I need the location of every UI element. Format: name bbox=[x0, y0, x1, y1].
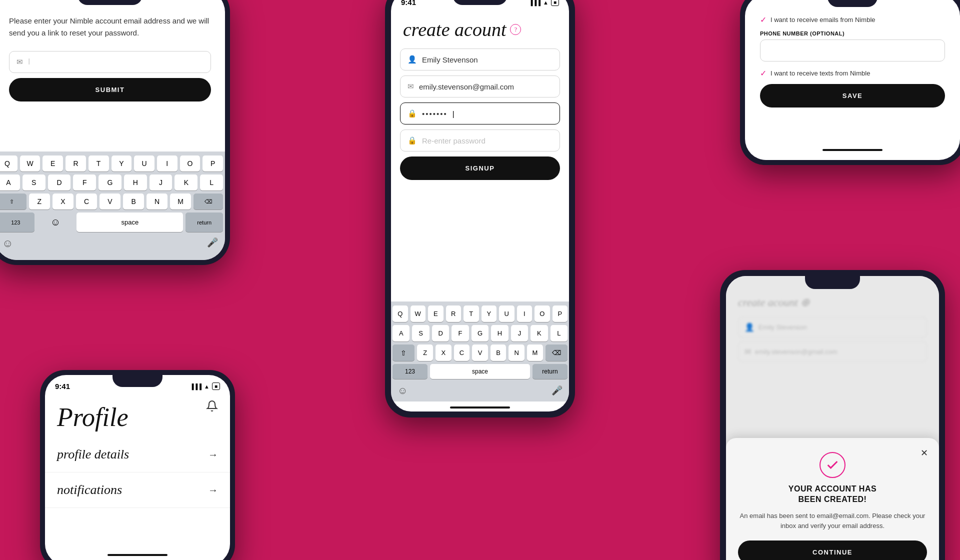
key-i[interactable]: I bbox=[157, 156, 178, 172]
key-v[interactable]: V bbox=[100, 194, 120, 210]
key-w[interactable]: W bbox=[20, 156, 40, 172]
key-a[interactable]: A bbox=[0, 174, 20, 190]
shift-key[interactable]: ⇧ bbox=[0, 194, 26, 210]
create-account-title: create acount ? bbox=[391, 8, 569, 48]
keyboard2-row-4: 123 space return bbox=[392, 364, 568, 379]
k2-g[interactable]: G bbox=[472, 325, 488, 342]
return-key[interactable]: return bbox=[186, 212, 223, 232]
phone-notch-4 bbox=[112, 375, 162, 387]
key-n[interactable]: N bbox=[146, 194, 168, 210]
key-u[interactable]: U bbox=[134, 156, 154, 172]
email-checkbox-icon[interactable]: ✓ bbox=[760, 15, 766, 24]
space-key[interactable]: space bbox=[76, 212, 183, 232]
k2-shift[interactable]: ⇧ bbox=[392, 344, 414, 361]
k2-i[interactable]: I bbox=[517, 306, 532, 322]
keyboard-row-3: ⇧ Z X C V B N M ⌫ bbox=[0, 194, 223, 210]
phone-number-field[interactable] bbox=[760, 40, 945, 62]
k2-f[interactable]: F bbox=[452, 325, 468, 342]
keyboard-row-1: Q W E R T Y U I O P bbox=[0, 156, 223, 172]
k2-delete[interactable]: ⌫ bbox=[546, 344, 568, 361]
k2-r[interactable]: R bbox=[446, 306, 462, 322]
key-y[interactable]: Y bbox=[112, 156, 132, 172]
key-h[interactable]: H bbox=[124, 174, 147, 190]
k2-b[interactable]: B bbox=[490, 344, 506, 361]
key-o[interactable]: O bbox=[180, 156, 200, 172]
k2-space[interactable]: space bbox=[430, 364, 530, 379]
k2-e[interactable]: E bbox=[428, 306, 444, 322]
key-c[interactable]: C bbox=[76, 194, 97, 210]
key-d[interactable]: D bbox=[48, 174, 71, 190]
battery-icon: ■ bbox=[551, 0, 559, 6]
k2-t[interactable]: T bbox=[464, 306, 479, 322]
k2-u[interactable]: U bbox=[499, 306, 514, 322]
lock-icon: 🔒 bbox=[408, 109, 417, 118]
key-q[interactable]: Q bbox=[0, 156, 18, 172]
modal-close-button[interactable]: ✕ bbox=[917, 446, 931, 460]
key-t[interactable]: T bbox=[88, 156, 109, 172]
k2-j[interactable]: J bbox=[511, 325, 528, 342]
k2-numbers[interactable]: 123 bbox=[392, 364, 428, 379]
k2-w[interactable]: W bbox=[410, 306, 426, 322]
submit-button[interactable]: SUBMIT bbox=[9, 78, 211, 102]
key-e[interactable]: E bbox=[42, 156, 63, 172]
delete-key[interactable]: ⌫ bbox=[194, 194, 223, 210]
key-m[interactable]: M bbox=[170, 194, 191, 210]
k2-q[interactable]: Q bbox=[392, 306, 408, 322]
k2-p[interactable]: P bbox=[552, 306, 568, 322]
key-l[interactable]: L bbox=[200, 174, 223, 190]
key-r[interactable]: R bbox=[66, 156, 86, 172]
k2-o[interactable]: O bbox=[534, 306, 550, 322]
reenter-password-field[interactable]: 🔒 Re-enter password bbox=[400, 130, 560, 152]
email-field[interactable]: ✉ emily.stevenson@gmail.com bbox=[400, 76, 560, 98]
keyboard-row-2: A S D F G H J K L bbox=[0, 174, 223, 190]
key-x[interactable]: X bbox=[52, 194, 74, 210]
texts-checkbox-icon[interactable]: ✓ bbox=[760, 68, 766, 78]
emoji-bottom-icon[interactable]: ☺ bbox=[2, 237, 13, 250]
key-j[interactable]: J bbox=[150, 174, 172, 190]
k2-emoji-icon[interactable]: ☺ bbox=[398, 385, 408, 396]
key-f[interactable]: F bbox=[73, 174, 96, 190]
k2-l[interactable]: L bbox=[550, 325, 568, 342]
k2-c[interactable]: C bbox=[454, 344, 470, 361]
k2-a[interactable]: A bbox=[392, 325, 410, 342]
notification-bell[interactable] bbox=[206, 400, 218, 415]
email-icon: ✉ bbox=[16, 58, 23, 66]
emoji-key[interactable]: ☺ bbox=[37, 212, 74, 232]
key-z[interactable]: Z bbox=[29, 194, 50, 210]
help-icon[interactable]: ? bbox=[510, 24, 521, 35]
reset-description: Please enter your Nimble account email a… bbox=[9, 15, 211, 39]
signup-button[interactable]: SIGNUP bbox=[400, 156, 560, 180]
key-b[interactable]: B bbox=[123, 194, 144, 210]
k2-y[interactable]: Y bbox=[482, 306, 497, 322]
numbers-key[interactable]: 123 bbox=[0, 212, 34, 232]
k2-v[interactable]: V bbox=[472, 344, 488, 361]
texts-checkbox-row: ✓ I want to receive texts from Nimble bbox=[760, 68, 945, 78]
k2-s[interactable]: S bbox=[412, 325, 429, 342]
k2-return[interactable]: return bbox=[532, 364, 568, 379]
key-p[interactable]: P bbox=[202, 156, 223, 172]
k2-m[interactable]: M bbox=[527, 344, 543, 361]
key-s[interactable]: S bbox=[22, 174, 46, 190]
name-field[interactable]: 👤 Emily Stevenson bbox=[400, 48, 560, 70]
key-g[interactable]: G bbox=[98, 174, 122, 190]
k2-mic-icon[interactable]: 🎤 bbox=[552, 385, 562, 396]
notifications-item[interactable]: notifications → bbox=[45, 472, 230, 508]
texts-checkbox-label: I want to receive texts from Nimble bbox=[770, 70, 870, 77]
email-input-field[interactable]: ✉ I bbox=[9, 51, 211, 73]
password-reset-phone: Please enter your Nimble account email a… bbox=[0, 0, 230, 265]
k2-n[interactable]: N bbox=[508, 344, 524, 361]
phone-notch-2 bbox=[452, 0, 508, 5]
status-icons-2: ▐▐▐ ▲ ■ bbox=[529, 0, 559, 6]
k2-z[interactable]: Z bbox=[417, 344, 433, 361]
k2-k[interactable]: K bbox=[530, 325, 548, 342]
modal-title: YOUR ACCOUNT HASBEEN CREATED! bbox=[738, 484, 927, 505]
password-field[interactable]: 🔒 ••••••• | bbox=[400, 102, 560, 124]
mic-icon[interactable]: 🎤 bbox=[207, 237, 218, 250]
k2-h[interactable]: H bbox=[491, 325, 508, 342]
continue-button[interactable]: CONTINUE bbox=[738, 540, 927, 560]
k2-d[interactable]: D bbox=[432, 325, 449, 342]
save-button[interactable]: SAVE bbox=[760, 84, 945, 108]
key-k[interactable]: K bbox=[174, 174, 198, 190]
k2-x[interactable]: X bbox=[436, 344, 452, 361]
profile-details-item[interactable]: profile details → bbox=[45, 437, 230, 472]
